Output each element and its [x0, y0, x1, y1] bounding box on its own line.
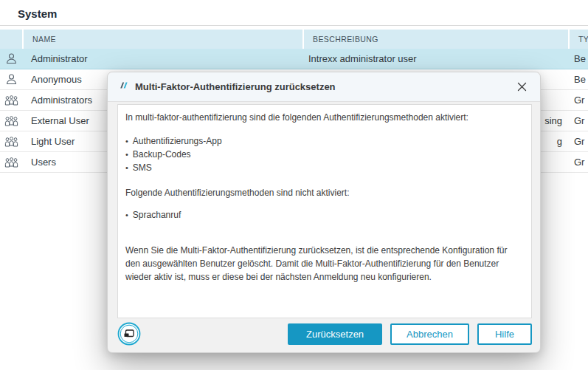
title-divider	[0, 25, 588, 26]
row-description: Intrexx administrator user	[302, 53, 568, 64]
row-type: Gr	[568, 157, 588, 168]
table-header-description[interactable]: BESCHREIBUNG	[302, 30, 568, 49]
group-icon	[0, 95, 22, 106]
dialog-footer: Zurücksetzen Abbrechen Hilfe	[108, 318, 540, 352]
table-header: NAME BESCHREIBUNG TY	[0, 30, 588, 49]
dialog-body: In multi-faktor-authentifizierung sind d…	[117, 104, 532, 318]
list-item: Sprachanruf	[125, 208, 524, 222]
help-button[interactable]: Hilfe	[477, 323, 532, 345]
not-active-heading: Folgende Authentifizierungsmethoden sind…	[125, 186, 524, 199]
row-type: Be	[568, 53, 588, 64]
list-item: Backup-Codes	[125, 148, 524, 161]
group-icon	[0, 136, 22, 147]
page-title: System	[0, 0, 588, 25]
dialog-title: Multi-Faktor-Authentifizierung zurückset…	[135, 81, 513, 92]
row-type: Gr	[568, 136, 588, 147]
dialog-button-group: Zurücksetzen Abbrechen Hilfe	[288, 323, 532, 345]
group-icon	[0, 115, 22, 126]
mfa-reset-dialog: Multi-Faktor-Authentifizierung zurückset…	[107, 72, 541, 353]
row-name: Administrator	[22, 53, 302, 64]
user-icon	[0, 52, 22, 65]
list-item: SMS	[125, 161, 524, 174]
group-icon	[0, 157, 22, 168]
dialog-intro-text: In multi-faktor-authentifizierung sind d…	[125, 111, 524, 124]
reset-button[interactable]: Zurücksetzen	[288, 323, 382, 345]
intrexx-logo-icon	[118, 80, 129, 94]
dialog-titlebar: Multi-Faktor-Authentifizierung zurückset…	[108, 72, 540, 102]
row-type: Be	[568, 74, 588, 85]
close-icon[interactable]	[513, 79, 530, 95]
row-type: Gr	[568, 95, 588, 106]
table-header-name[interactable]: NAME	[22, 30, 302, 49]
list-item: Authentifizierungs-App	[125, 134, 524, 148]
row-type: Gr	[568, 115, 588, 126]
enabled-methods-list: Authentifizierungs-App Backup-Codes SMS	[125, 134, 524, 174]
dialog-warning-text: Wenn Sie die Multi-Faktor-Authentifizier…	[125, 244, 524, 284]
user-icon	[0, 73, 22, 86]
detach-window-icon[interactable]	[117, 322, 141, 346]
row-description-fragment: sing	[544, 115, 568, 126]
table-header-type[interactable]: TY	[568, 30, 588, 49]
row-description-fragment: g	[557, 136, 568, 147]
table-header-icon-column	[0, 30, 22, 49]
inactive-methods-list: Sprachanruf	[125, 208, 524, 222]
table-row[interactable]: Administrator Intrexx administrator user…	[0, 49, 588, 69]
cancel-button[interactable]: Abbrechen	[390, 323, 469, 345]
